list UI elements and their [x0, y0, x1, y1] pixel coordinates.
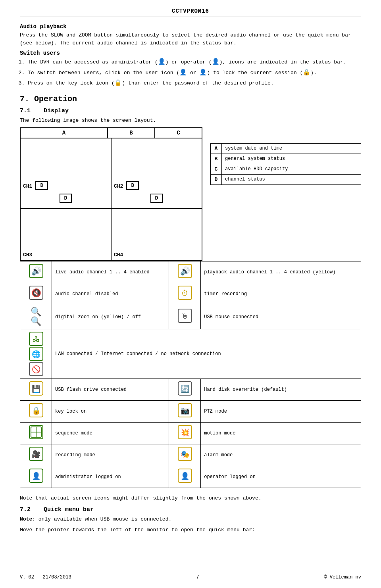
- svg-text:🖧: 🖧: [33, 336, 40, 344]
- table-row: 👤 administrator logged on 👤 operator log…: [20, 466, 361, 488]
- ch2-label: CH2: [114, 183, 123, 189]
- svg-text:📷: 📷: [181, 406, 190, 415]
- table-row: 🔊 live audio channel 1 .. 4 enabled 🔊 pl…: [20, 261, 361, 283]
- icon-cell-recording: 🎥: [20, 444, 52, 466]
- legend-val-a: system date and time: [222, 144, 285, 154]
- icon-cell-ptz: 📷: [169, 401, 201, 423]
- section71-title: Display: [44, 108, 69, 114]
- ch1-label: CH1: [23, 183, 32, 189]
- ptz-icon: 📷: [172, 403, 197, 420]
- legend-table: A system date and time B general system …: [210, 143, 361, 185]
- table-row: 🔇 audio channel disabled ⏱ timer recordi…: [20, 283, 361, 305]
- admin-icon: 👤: [23, 469, 48, 485]
- legend-key-d: D: [211, 175, 222, 184]
- screen-diagram-wrapper: A B C CH1 D D: [20, 127, 361, 261]
- icon-cell-usb-flash: 💾: [20, 379, 52, 401]
- svg-text:🔊: 🔊: [31, 266, 41, 276]
- ch2-d1: D: [126, 181, 139, 190]
- ptz-text: PTZ mode: [201, 401, 361, 423]
- screen-layout-diagram: A B C CH1 D D: [20, 127, 202, 261]
- audio-playback-text: Press the SLOW and ZOOM button simultane…: [20, 31, 361, 47]
- ch3-cell: CH3: [21, 209, 112, 260]
- usb-mouse-icon: 🖱: [172, 309, 197, 325]
- list-item: The DVR can be accessed as administrator…: [28, 58, 361, 67]
- admin-text: administrator logged on: [52, 466, 169, 488]
- timer-rec-icon: ⏱: [172, 286, 197, 302]
- icon-cell-keylock: 🔒: [20, 401, 52, 423]
- sequence-icon: [23, 425, 48, 442]
- usb-mouse-text: USB mouse connected: [201, 305, 361, 329]
- section72-num: 7.2: [20, 506, 36, 513]
- note-usb-text: only available when USB mouse is connect…: [35, 516, 171, 522]
- lan-icons: 🖧 🌐 🚫: [23, 332, 48, 376]
- icon-cell-usb-mouse: 🖱: [169, 305, 201, 329]
- legend-row-d: D channel status: [211, 175, 361, 184]
- zoom-text: digital zoom on (yellow) / off: [52, 305, 169, 329]
- motion-icon: 💥: [172, 425, 197, 442]
- icon-cell-lan: 🖧 🌐 🚫: [20, 329, 52, 379]
- legend-key-b: B: [211, 154, 222, 164]
- note-icons: Note that actual screen icons might diff…: [20, 494, 361, 502]
- alarm-text: alarm mode: [201, 444, 361, 466]
- ch3-label: CH3: [23, 252, 108, 258]
- recording-svg: 🎥: [29, 447, 43, 461]
- ch1-d2-row: D: [23, 194, 108, 204]
- live-audio-svg: 🔊: [29, 264, 43, 278]
- svg-text:🎥: 🎥: [32, 450, 41, 459]
- zoom-icons: 🔍 🔍: [23, 307, 48, 327]
- zoom-off-icon: 🔍: [31, 317, 41, 327]
- footer-page: 7: [196, 575, 199, 580]
- legend-row-b: B general system status: [211, 154, 361, 164]
- motion-text: motion mode: [201, 423, 361, 444]
- section71-text: The following image shows the screen lay…: [20, 117, 361, 125]
- list-item: To switch between users, click on the us…: [28, 69, 361, 78]
- operator-icon: 👤: [172, 469, 197, 485]
- icon-cell-audio-disabled: 🔇: [20, 283, 52, 305]
- icon-cell-timer-rec: ⏱: [169, 283, 201, 305]
- channel-top-row: CH1 D D CH2 D D: [21, 138, 202, 209]
- legend-val-d: channel status: [222, 175, 268, 184]
- table-row: 💾 USB flash drive connected 🔄 Hard disk …: [20, 379, 361, 401]
- ptz-svg: 📷: [178, 403, 192, 417]
- usb-mouse-svg: 🖱: [178, 309, 192, 323]
- screen-top-bar: A B C: [21, 128, 202, 138]
- audio-disabled-text: audio channel disabled: [52, 283, 169, 305]
- footer-version: V. 02 – 21/08/2013: [20, 575, 71, 580]
- icon-cell-sequence: [20, 423, 52, 444]
- svg-text:💥: 💥: [181, 428, 190, 437]
- ch2-d2: D: [150, 194, 163, 203]
- svg-text:🖱: 🖱: [181, 313, 189, 321]
- icon-cell-operator: 👤: [169, 466, 201, 488]
- keylock-svg: 🔒: [29, 403, 43, 417]
- legend-val-b: general system status: [222, 154, 288, 164]
- recording-text: recording mode: [52, 444, 169, 466]
- timer-rec-svg: ⏱: [178, 286, 192, 300]
- document-title: CCTVPROM16: [172, 8, 209, 14]
- operator-svg: 👤: [178, 469, 192, 483]
- ch1-middle: CH1 D: [23, 181, 108, 191]
- audio-playback-title: Audio playback: [20, 23, 361, 30]
- svg-text:🚫: 🚫: [32, 365, 41, 374]
- icons-table: 🔊 live audio channel 1 .. 4 enabled 🔊 pl…: [20, 261, 361, 488]
- usb-flash-text: USB flash drive connected: [52, 379, 169, 401]
- icon-cell-motion: 💥: [169, 423, 201, 444]
- legend-key-c: C: [211, 164, 222, 174]
- note-usb: Note: only available when USB mouse is c…: [20, 515, 361, 523]
- audio-disabled-svg: 🔇: [29, 286, 43, 300]
- svg-text:👤: 👤: [32, 472, 41, 480]
- recording-icon: 🎥: [23, 447, 48, 463]
- icon-cell-hdd: 🔄: [169, 379, 201, 401]
- icon-cell-playback-audio: 🔊: [169, 261, 201, 283]
- hdd-text: Hard disk overwrite (default): [201, 379, 361, 401]
- table-row: 🎥 recording mode 🎭 alarm mode: [20, 444, 361, 466]
- zoom-on-icon: 🔍: [31, 307, 41, 317]
- svg-text:🔒: 🔒: [32, 406, 41, 415]
- legend-row-c: C available HDD capacity: [211, 164, 361, 175]
- footer: V. 02 – 21/08/2013 7 © Velleman nv: [20, 572, 361, 580]
- legend-key-a: A: [211, 144, 222, 154]
- ch1-d2: D: [60, 194, 72, 203]
- label-c: C: [155, 128, 202, 138]
- ch4-cell: CH4: [112, 209, 202, 260]
- internet-icon: 🌐: [29, 347, 43, 361]
- live-audio-text: live audio channel 1 .. 4 enabled: [52, 261, 169, 283]
